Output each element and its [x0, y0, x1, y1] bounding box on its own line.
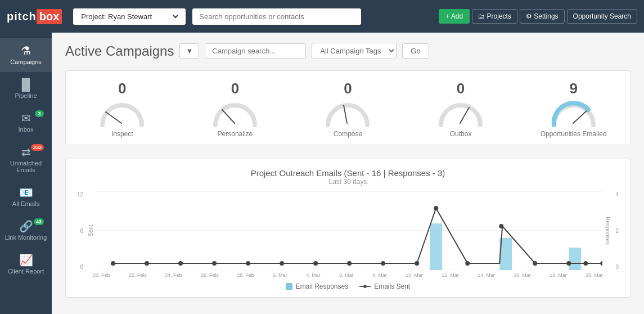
chart-legend: Email Responses Emails Sent	[77, 282, 619, 290]
gauge-outbox-label: Outbox	[450, 130, 472, 138]
page-header: Active Campaigns ▼ All Campaign Tags Go	[65, 43, 631, 59]
x-label-9: 10. Mar	[406, 272, 423, 278]
gauge-personalize-label: Personalize	[218, 130, 253, 138]
legend-responses-color	[286, 283, 292, 290]
gauge-inspect-value: 0	[118, 80, 126, 97]
y-left-max: 12	[77, 191, 83, 198]
svg-point-8	[111, 261, 115, 266]
main-wrap: ⚗ Campaigns ▐▌ Pipeline 3 ✉ Inbox 233 ⇄ …	[0, 33, 644, 314]
legend-responses: Email Responses	[286, 282, 348, 290]
gauges-row: 0 Inspect 0 Personalize 0	[65, 70, 631, 145]
legend-responses-label: Email Responses	[296, 282, 348, 290]
x-label-12: 16. Mar	[514, 272, 531, 278]
bar-10mar	[430, 223, 442, 270]
gauge-inspect[interactable]: 0 Inspect	[66, 80, 179, 138]
chart-section: Project Outreach Emails (Sent - 16 | Res…	[65, 159, 631, 298]
campaign-search-input[interactable]	[205, 43, 306, 59]
gauge-emailed-chart	[548, 100, 599, 128]
svg-line-4	[573, 111, 587, 123]
svg-point-10	[178, 261, 183, 266]
svg-point-11	[212, 261, 217, 266]
legend-sent-line	[359, 286, 371, 287]
x-label-1: 22. Feb	[129, 272, 146, 278]
svg-point-12	[246, 261, 250, 266]
unmatched-badge: 233	[31, 144, 44, 151]
gauge-personalize[interactable]: 0 Personalize	[179, 80, 292, 138]
search-input[interactable]	[192, 8, 361, 25]
gauge-compose-label: Compose	[334, 130, 362, 138]
pipeline-icon: ▐▌	[18, 79, 34, 90]
sidebar-label-clientreport: Client Report	[8, 268, 44, 275]
top-nav: pitch box Project: Ryan Stewart + Add 🗂 …	[0, 0, 644, 33]
legend-sent: Emails Sent	[359, 282, 410, 290]
sidebar-item-campaigns[interactable]: ⚗ Campaigns	[0, 38, 52, 72]
gauge-emailed-label: Opportunities Emailed	[541, 130, 607, 138]
svg-point-18	[434, 206, 438, 210]
x-label-7: 6. Mar	[339, 272, 354, 278]
nav-actions: + Add 🗂 Projects ⚙ Settings Opportunity …	[439, 9, 637, 24]
gauge-compose[interactable]: 0 Compose	[291, 80, 404, 138]
gauge-emailed[interactable]: 9 Opportunities Emailed	[517, 80, 630, 138]
svg-point-20	[499, 224, 503, 228]
project-selector[interactable]: Project: Ryan Stewart	[73, 8, 186, 25]
chart-svg	[96, 191, 602, 270]
allemails-icon: 📧	[19, 187, 33, 198]
gauge-inspect-label: Inspect	[111, 130, 133, 138]
project-dropdown[interactable]: Project: Ryan Stewart	[79, 12, 180, 21]
y-right-min: 0	[615, 264, 619, 270]
x-label-8: 8. Mar	[372, 272, 387, 278]
gauge-personalize-chart	[210, 100, 260, 128]
bar-16mar	[569, 248, 581, 270]
add-button[interactable]: + Add	[439, 9, 470, 24]
gauge-outbox-chart	[435, 100, 486, 128]
svg-point-17	[415, 261, 419, 266]
campaigns-icon: ⚗	[21, 45, 31, 56]
projects-button[interactable]: 🗂 Projects	[472, 9, 517, 24]
opportunity-search-button[interactable]: Opportunity Search	[567, 9, 637, 24]
logo-box: box	[37, 9, 62, 24]
logo: pitch box	[7, 9, 62, 24]
y-right-label: Responses	[605, 191, 611, 270]
filter-button[interactable]: ▼	[179, 43, 199, 59]
x-label-5: 2. Mar	[273, 272, 287, 278]
svg-point-16	[381, 261, 385, 266]
settings-button[interactable]: ⚙ Settings	[520, 9, 565, 24]
x-label-13: 18. Mar	[550, 272, 567, 278]
svg-line-0	[106, 112, 121, 123]
sidebar-item-allemails[interactable]: 📧 All Emails	[0, 180, 52, 214]
chart-title: Project Outreach Emails (Sent - 16 | Res…	[77, 168, 619, 178]
sidebar-item-unmatched[interactable]: 233 ⇄ Unmatched Emails	[0, 140, 52, 180]
svg-line-3	[460, 107, 469, 123]
campaign-tags-select[interactable]: All Campaign Tags	[312, 43, 397, 59]
go-button[interactable]: Go	[402, 43, 429, 59]
gauge-compose-chart	[322, 100, 373, 128]
x-label-2: 24. Feb	[165, 272, 182, 278]
sidebar-label-unmatched: Unmatched Emails	[3, 160, 48, 173]
gauge-emailed-value: 9	[569, 80, 577, 97]
sidebar-label-linkmonitor: Link Monitoring	[5, 234, 47, 241]
svg-point-15	[347, 261, 352, 266]
logo-pitch: pitch	[7, 10, 37, 23]
x-axis-labels: 20. Feb 22. Feb 24. Feb 26. Feb 28. Feb …	[93, 272, 603, 278]
svg-point-9	[145, 261, 149, 266]
chart-subtitle: Last 30 days	[77, 178, 619, 186]
main-content: Active Campaigns ▼ All Campaign Tags Go …	[52, 33, 644, 314]
linkmonitor-badge: 43	[34, 218, 44, 225]
legend-sent-label: Emails Sent	[374, 282, 410, 290]
x-label-4: 28. Feb	[237, 272, 254, 278]
x-label-14: 20. Mar	[586, 272, 603, 278]
svg-point-13	[280, 261, 284, 266]
svg-point-22	[566, 261, 571, 266]
svg-point-24	[600, 261, 602, 266]
clientreport-icon: 📈	[19, 254, 33, 266]
svg-point-19	[465, 261, 470, 266]
sidebar-item-linkmonitor[interactable]: 43 🔗 Link Monitoring	[0, 214, 52, 248]
gauge-outbox[interactable]: 0 Outbox	[404, 80, 517, 138]
sidebar: ⚗ Campaigns ▐▌ Pipeline 3 ✉ Inbox 233 ⇄ …	[0, 33, 52, 314]
y-right-mid: 2	[615, 228, 619, 234]
x-label-11: 14. Mar	[478, 272, 495, 278]
svg-line-1	[222, 110, 235, 123]
sidebar-item-inbox[interactable]: 3 ✉ Inbox	[0, 106, 52, 140]
sidebar-item-pipeline[interactable]: ▐▌ Pipeline	[0, 72, 52, 106]
sidebar-item-clientreport[interactable]: 📈 Client Report	[0, 248, 52, 281]
